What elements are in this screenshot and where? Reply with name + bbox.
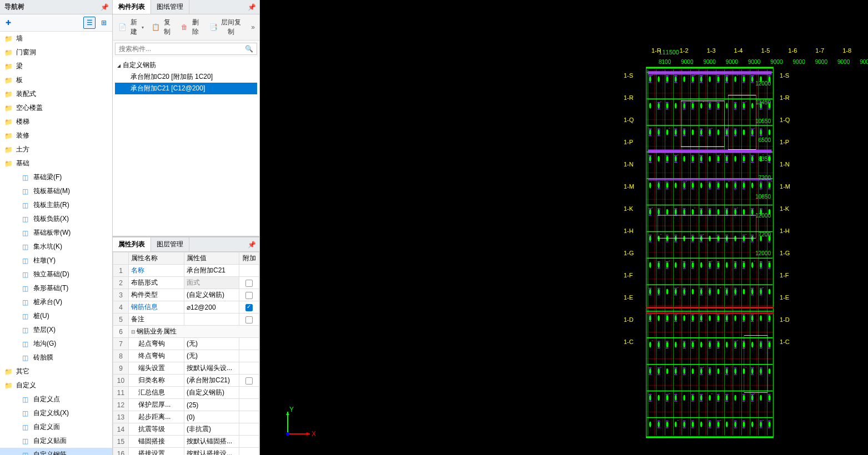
svg-point-144 [675, 289, 677, 294]
drawing-canvas[interactable]: 1-R1-21-31-41-51-61-71-81-91-101-111-121… [260, 0, 868, 455]
svg-point-121 [666, 289, 669, 294]
tab-component-list[interactable]: 构件列表 [113, 0, 151, 14]
tab-property-list[interactable]: 属性列表 [113, 237, 151, 251]
property-row[interactable]: 9 端头设置按默认端头设... [113, 362, 259, 375]
delete-button[interactable]: 🗑删除 [178, 17, 204, 38]
property-row[interactable]: 1名称承台附加C21 [113, 265, 259, 277]
copy-button[interactable]: 📋复制 [148, 17, 177, 38]
more-icon[interactable]: » [249, 23, 257, 31]
nav-category[interactable]: 📁自定义 [0, 378, 112, 392]
item-icon: ◫ [22, 354, 30, 362]
component-item[interactable]: 承台附加C21 [C12@200] [115, 83, 257, 94]
tree-parent[interactable]: 自定义钢筋 [115, 59, 257, 71]
property-row[interactable]: 7 起点弯钩(无) [113, 338, 259, 350]
nav-subitem[interactable]: ◫自定义贴面 [0, 434, 112, 448]
svg-point-254 [718, 183, 720, 188]
list-view-button[interactable]: ☰ [83, 17, 96, 29]
nav-subitem[interactable]: ◫筏板基础(M) [0, 184, 112, 198]
nav-category[interactable]: 📁梁 [0, 59, 112, 73]
axis-label: 1-F [624, 272, 634, 279]
svg-point-321 [743, 129, 745, 135]
nav-category[interactable]: 📁楼梯 [0, 115, 112, 129]
nav-subitem[interactable]: ◫桩承台(V) [0, 295, 112, 309]
property-row[interactable]: 14 抗震等级(非抗震) [113, 423, 259, 436]
property-row[interactable]: 5备注 [113, 314, 259, 326]
checkbox-icon[interactable] [245, 292, 253, 299]
nav-category[interactable]: 📁土方 [0, 143, 112, 156]
nav-subitem[interactable]: ◫自定义钢筋 [0, 448, 112, 455]
property-row[interactable]: 3构件类型(自定义钢筋) [113, 289, 259, 301]
nav-subitem[interactable]: ◫地沟(G) [0, 337, 112, 351]
nav-category[interactable]: 📁墙 [0, 32, 112, 46]
tab-layer-mgmt[interactable]: 图层管理 [151, 237, 189, 251]
svg-point-310 [734, 342, 736, 347]
property-row[interactable]: 8 终点弯钩(无) [113, 350, 259, 362]
svg-point-221 [700, 395, 703, 401]
svg-point-251 [718, 129, 720, 135]
nav-category[interactable]: 📁其它 [0, 365, 112, 378]
search-input[interactable] [116, 43, 242, 54]
nav-subitem[interactable]: ◫自定义点 [0, 392, 112, 406]
row-header [113, 252, 129, 265]
axis-label: 1-2 [680, 47, 689, 54]
nav-subitem[interactable]: ◫自定义线(X) [0, 406, 112, 420]
nav-subitem[interactable]: ◫独立基础(D) [0, 267, 112, 281]
nav-subitem[interactable]: ◫集水坑(K) [0, 240, 112, 254]
nav-subitem[interactable]: ◫基础梁(F) [0, 170, 112, 184]
tab-drawing-mgmt[interactable]: 图纸管理 [151, 0, 189, 14]
axis-label: 1-C [780, 338, 790, 345]
grid-view-button[interactable]: ⊞ [98, 17, 110, 29]
nav-subitem[interactable]: ◫基础板带(W) [0, 226, 112, 240]
property-row[interactable]: 2布筋形式面式 [113, 277, 259, 289]
svg-point-314 [734, 395, 736, 401]
property-row[interactable]: 10 归类名称(承台附加C21) [113, 375, 259, 387]
svg-point-259 [718, 262, 720, 268]
nav-category[interactable]: 📁装修 [0, 129, 112, 143]
svg-point-358 [751, 342, 754, 347]
nav-category[interactable]: 📁基础 [0, 156, 112, 170]
property-row[interactable]: 13 起步距离...(0) [113, 411, 259, 423]
nav-subitem[interactable]: ◫筏板负筋(X) [0, 212, 112, 226]
property-row[interactable]: 6钢筋业务属性 [113, 326, 259, 338]
add-button[interactable]: ✚ [2, 17, 14, 29]
property-row[interactable]: 12 保护层厚...(25) [113, 399, 259, 411]
checkbox-icon[interactable] [245, 377, 253, 385]
property-row[interactable]: 11 汇总信息(自定义钢筋) [113, 387, 259, 399]
col-property-value: 属性值 [184, 252, 239, 265]
svg-point-149 [675, 368, 677, 374]
svg-point-136 [675, 156, 677, 161]
right-dimensions: 1200013450105506500835072001085012000720… [755, 80, 771, 256]
svg-point-404 [769, 342, 771, 347]
pin-icon[interactable]: 📌 [101, 3, 109, 11]
nav-category[interactable]: 📁板 [0, 73, 112, 87]
nav-subitem[interactable]: ◫桩(U) [0, 309, 112, 323]
nav-subitem[interactable]: ◫垫层(X) [0, 323, 112, 337]
nav-subitem[interactable]: ◫柱墩(Y) [0, 254, 112, 267]
property-row[interactable]: 16 搭接设置按默认搭接设... [113, 448, 259, 456]
layer-copy-button[interactable]: 📑层间复制 [206, 17, 247, 38]
nav-category[interactable]: 📁装配式 [0, 87, 112, 101]
nav-subitem[interactable]: ◫自定义面 [0, 420, 112, 434]
new-button[interactable]: 📄新建▾ [115, 17, 147, 38]
axis-label: 1-N [624, 161, 634, 168]
checkbox-icon[interactable] [245, 316, 253, 323]
structural-grid [646, 67, 774, 438]
search-icon[interactable]: 🔍 [242, 43, 257, 54]
component-item[interactable]: 承台附加C20 [附加筋 1C20] [115, 71, 257, 83]
pin-icon[interactable]: 📌 [248, 241, 256, 249]
svg-point-84 [658, 77, 660, 82]
property-row[interactable]: 4钢筋信息⌀12@200 [113, 301, 259, 314]
nav-subitem[interactable]: ◫砖胎膜 [0, 351, 112, 365]
checkbox-icon[interactable] [245, 304, 253, 311]
nav-subitem[interactable]: ◫筏板主筋(R) [0, 198, 112, 212]
nav-category[interactable]: 📁门窗洞 [0, 46, 112, 59]
nav-category[interactable]: 📁空心楼盖 [0, 101, 112, 115]
nav-subitem[interactable]: ◫条形基础(T) [0, 281, 112, 295]
svg-point-354 [751, 289, 754, 294]
checkbox-icon[interactable] [245, 280, 253, 287]
svg-point-341 [751, 77, 754, 82]
pin-icon[interactable]: 📌 [248, 3, 256, 11]
axis-label: 1-M [624, 183, 634, 190]
property-row[interactable]: 15 锚固搭接按默认锚固搭... [113, 436, 259, 448]
svg-point-276 [726, 156, 728, 161]
